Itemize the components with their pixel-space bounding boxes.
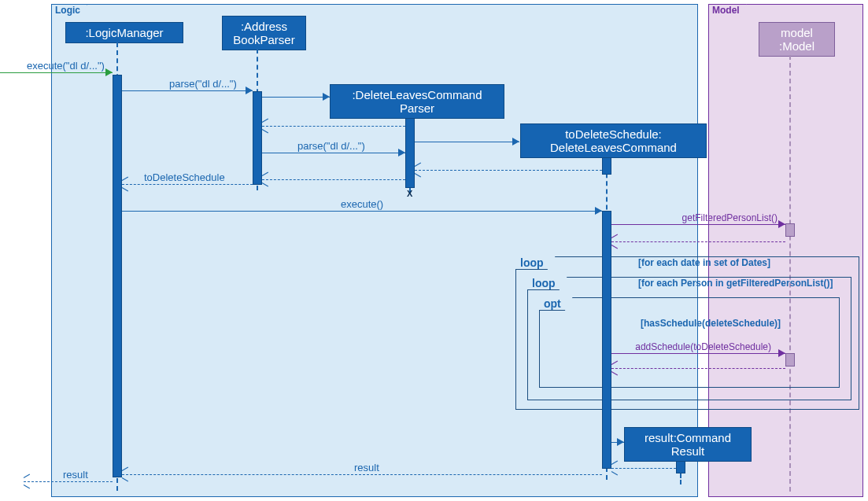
activation-model-add (785, 353, 795, 367)
lifeline-head-deleteleavescommand: toDeleteSchedule: DeleteLeavesCommand (520, 123, 707, 158)
activation-dlc-create (602, 157, 611, 175)
lifeline-head-logicmanager: :LogicManager (65, 22, 183, 43)
activation-dlcp (405, 118, 415, 188)
frame-logic: Logic (51, 4, 698, 497)
lifeline-head-addressbookparser: :Address BookParser (222, 16, 306, 50)
activation-cr (676, 461, 685, 473)
frame-model: Model (708, 4, 863, 497)
activation-model-gfpl (785, 223, 795, 237)
frame-model-label: Model (708, 4, 747, 17)
lifeline-head-commandresult: result:Command Result (624, 427, 752, 462)
destroy-icon: X (407, 189, 412, 198)
frame-logic-label: Logic (51, 4, 87, 17)
activation-lm (113, 75, 122, 477)
lifeline-head-model: model :Model (759, 22, 835, 57)
activation-dlc-exec (602, 211, 611, 469)
activation-abp (253, 91, 262, 185)
lifeline-head-deleteleavescommandparser: :DeleteLeavesCommand Parser (330, 84, 504, 119)
